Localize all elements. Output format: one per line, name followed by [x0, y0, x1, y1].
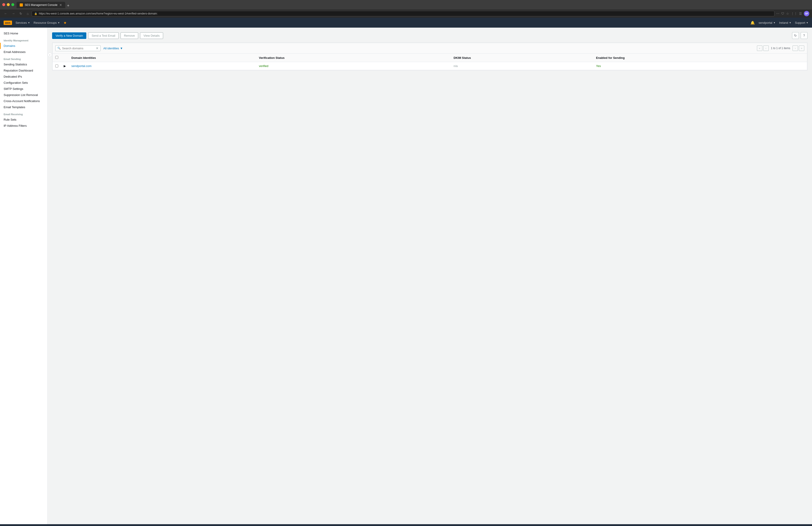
- dkim-status-header: DKIM Status: [451, 54, 593, 62]
- account-menu[interactable]: sendportal ▼: [758, 21, 775, 25]
- row-checkbox[interactable]: [55, 64, 58, 67]
- more-icon[interactable]: ⋯: [776, 12, 779, 15]
- search-box: 🔍 ✕: [55, 45, 101, 51]
- aws-logo-box: aws: [4, 20, 12, 25]
- next-page-button[interactable]: ›: [793, 45, 798, 51]
- search-input[interactable]: [62, 47, 95, 50]
- row-checkbox-cell: [53, 62, 61, 70]
- star-icon[interactable]: ☆: [786, 12, 789, 15]
- last-page-button[interactable]: »: [799, 45, 804, 51]
- account-chevron: ▼: [773, 21, 775, 24]
- send-test-email-button[interactable]: Send a Test Email: [88, 32, 119, 39]
- reload-button[interactable]: ↻: [18, 11, 24, 16]
- sidebar-item-smtp-settings[interactable]: SMTP Settings: [0, 86, 47, 92]
- tab-close-button[interactable]: ✕: [59, 3, 62, 7]
- close-traffic-light[interactable]: [2, 3, 5, 6]
- view-details-button[interactable]: View Details: [140, 32, 163, 39]
- support-chevron: ▼: [806, 21, 808, 24]
- sidebar-item-home[interactable]: SES Home: [0, 30, 47, 36]
- profile-avatar[interactable]: SP: [804, 11, 809, 16]
- verification-status-cell: verified: [256, 62, 451, 70]
- sidebar-item-email-addresses[interactable]: Email Addresses: [0, 49, 47, 55]
- home-button[interactable]: ⌂: [25, 11, 30, 16]
- services-menu[interactable]: Services ▼: [16, 21, 30, 25]
- sidebar-item-rule-sets[interactable]: Rule Sets: [0, 117, 47, 123]
- search-filter-row: 🔍 ✕ All identities ▼ « ‹ 1 to 1 of 1 ite…: [52, 43, 807, 54]
- sidebar-item-reputation-dashboard[interactable]: Reputation Dashboard: [0, 67, 47, 74]
- menu-icon[interactable]: ☰: [799, 12, 802, 15]
- domain-identities-header: Domain Identities: [69, 54, 256, 62]
- enabled-sending-header: Enabled for Sending: [593, 54, 807, 62]
- domain-identity-cell: sendportal.com: [69, 62, 256, 70]
- tab-favicon: [20, 3, 23, 6]
- toolbar-right: ↻ ?: [792, 32, 808, 39]
- dkim-status-cell: n/a: [451, 62, 593, 70]
- content-toolbar: Verify a New Domain Send a Test Email Re…: [52, 32, 808, 39]
- enabled-sending-cell: Yes: [593, 62, 807, 70]
- select-all-checkbox[interactable]: [55, 56, 58, 59]
- bookmark-icon[interactable]: ★: [63, 20, 67, 25]
- expand-header: [61, 54, 69, 62]
- nav-right: 🔔 sendportal ▼ Ireland ▼ Support ▼: [750, 20, 808, 25]
- first-page-button[interactable]: «: [757, 45, 763, 51]
- sidebar: SES Home Identity Management Domains Ema…: [0, 28, 47, 524]
- sidebar-item-domains[interactable]: Domains: [0, 43, 47, 49]
- prev-page-button[interactable]: ‹: [763, 45, 769, 51]
- sidebar-item-dedicated-ips[interactable]: Dedicated IPs: [0, 74, 47, 80]
- sidebar-item-suppression-list[interactable]: Suppression List Removal: [0, 92, 47, 98]
- verification-status-header: Verification Status: [256, 54, 451, 62]
- extensions-icon[interactable]: ⋮⋮: [791, 12, 797, 15]
- remove-button[interactable]: Remove: [120, 32, 138, 39]
- sidebar-item-cross-account[interactable]: Cross-Account Notifications: [0, 98, 47, 104]
- minimize-traffic-light[interactable]: [7, 3, 10, 6]
- new-tab-button[interactable]: +: [65, 3, 71, 8]
- sidebar-section-sending: Email Sending: [0, 55, 47, 61]
- verify-new-domain-button[interactable]: Verify a New Domain: [52, 32, 86, 39]
- pagination: « ‹ 1 to 1 of 1 items › »: [757, 45, 804, 51]
- sidebar-section-identity: Identity Management: [0, 36, 47, 43]
- url-text: https://eu-west-1.console.aws.amazon.com…: [39, 12, 158, 15]
- row-expand-button[interactable]: ▶: [61, 62, 69, 70]
- aws-nav-bar: aws Services ▼ Resource Groups ▼ ★ 🔔 sen…: [0, 18, 812, 28]
- resource-groups-chevron: ▼: [58, 21, 60, 24]
- sidebar-item-configuration-sets[interactable]: Configuration Sets: [0, 80, 47, 86]
- sidebar-item-ip-filters[interactable]: IP Address Filters: [0, 123, 47, 129]
- clear-search-icon[interactable]: ✕: [96, 46, 99, 50]
- verification-status-value: verified: [259, 64, 269, 68]
- dkim-status-value: n/a: [453, 64, 458, 68]
- help-button[interactable]: ?: [801, 32, 808, 39]
- domain-link[interactable]: sendportal.com: [71, 64, 91, 68]
- sidebar-toggle-button[interactable]: ‹: [48, 53, 52, 57]
- sidebar-section-receiving: Email Receiving: [0, 110, 47, 117]
- sidebar-item-sending-statistics[interactable]: Sending Statistics: [0, 61, 47, 67]
- services-chevron: ▼: [28, 21, 30, 24]
- region-chevron: ▼: [789, 21, 792, 24]
- table-row: ▶ sendportal.com verified n/a: [53, 62, 807, 70]
- tab-title: SES Management Console: [25, 3, 58, 6]
- lock-icon: 🔒: [34, 12, 38, 15]
- forward-button[interactable]: →: [11, 11, 16, 16]
- browser-actions: ⋯ 🛡 ☆ ⋮⋮ ☰ SP: [776, 11, 809, 16]
- back-button[interactable]: ←: [3, 11, 9, 16]
- support-menu[interactable]: Support ▼: [795, 21, 808, 25]
- address-bar[interactable]: 🔒 https://eu-west-1.console.aws.amazon.c…: [32, 11, 774, 16]
- select-all-header: [53, 54, 61, 62]
- pagination-text: 1 to 1 of 1 items: [771, 47, 790, 50]
- aws-logo[interactable]: aws: [4, 20, 12, 25]
- active-tab[interactable]: SES Management Console ✕: [16, 2, 65, 8]
- filter-chevron-icon: ▼: [120, 47, 123, 50]
- footer: 💬 Feedback 🌐 English (US) © 2008 - 2020,…: [0, 524, 812, 526]
- region-menu[interactable]: Ireland ▼: [779, 21, 792, 25]
- domains-table: Domain Identities Verification Status DK…: [52, 54, 807, 70]
- search-icon: 🔍: [57, 47, 61, 50]
- main-content: Verify a New Domain Send a Test Email Re…: [47, 28, 812, 524]
- maximize-traffic-light[interactable]: [11, 3, 14, 6]
- enabled-sending-value: Yes: [596, 64, 601, 68]
- sidebar-item-email-templates[interactable]: Email Templates: [0, 104, 47, 110]
- table-container: 🔍 ✕ All identities ▼ « ‹ 1 to 1 of 1 ite…: [52, 43, 808, 70]
- shield-icon[interactable]: 🛡: [781, 12, 784, 15]
- resource-groups-menu[interactable]: Resource Groups ▼: [33, 21, 60, 25]
- notification-bell-icon[interactable]: 🔔: [750, 20, 755, 25]
- refresh-button[interactable]: ↻: [792, 32, 799, 39]
- filter-dropdown[interactable]: All identities ▼: [103, 47, 123, 50]
